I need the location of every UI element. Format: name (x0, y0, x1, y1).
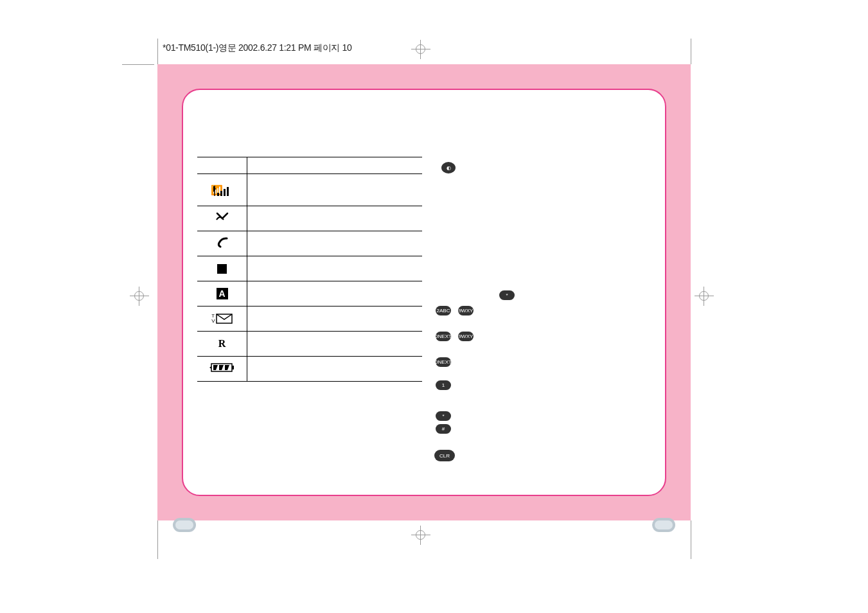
row-description (247, 206, 422, 231)
table-row (197, 206, 422, 231)
svg-marker-11 (225, 365, 229, 370)
letter-a-icon: A (217, 288, 228, 299)
roaming-r-icon: R (218, 338, 226, 350)
table-row: A (197, 281, 422, 306)
row-description (247, 332, 422, 356)
row-description (247, 306, 422, 331)
svg-rect-2 (217, 193, 219, 196)
svg-rect-3 (220, 191, 222, 196)
registration-mark-icon (414, 42, 428, 57)
page-number-tab-right (652, 518, 675, 532)
crop-mark (157, 39, 158, 64)
row-description (247, 174, 422, 206)
svg-rect-8 (232, 366, 234, 369)
crop-mark (122, 64, 154, 65)
star-key-icon: * (436, 411, 451, 421)
key-1-icon: 1 (436, 380, 451, 390)
battery-level-icon (209, 362, 235, 375)
document-header-line: *01-TM510(1-)영문 2002.6.27 1:21 PM 페이지 10 (163, 42, 352, 54)
key-9-icon: 9WXY (458, 306, 474, 315)
soft-key-icon: ◐ (441, 162, 456, 173)
stop-square-icon (217, 264, 227, 274)
table-header-desc (247, 157, 422, 173)
crop-mark (157, 520, 158, 559)
table-row: R (197, 332, 422, 357)
key-2-icon: 2ABC (436, 306, 451, 315)
row-description (247, 231, 422, 256)
registration-mark-icon (414, 528, 428, 542)
table-header-row (197, 157, 422, 174)
clr-key-icon: CLR (434, 450, 455, 461)
content-panel: 📶 (182, 89, 666, 496)
crop-mark (691, 520, 691, 559)
row-description (247, 281, 422, 306)
svg-marker-10 (219, 365, 224, 370)
svg-rect-5 (227, 187, 229, 196)
table-row (197, 357, 422, 382)
key-0-icon: 0NEXT (436, 332, 451, 341)
row-description (247, 357, 422, 381)
in-use-icon (215, 236, 229, 251)
table-row: 📶 (197, 174, 422, 206)
svg-marker-9 (213, 365, 218, 370)
message-icon: TV (211, 314, 232, 324)
page-number-tab-left (173, 518, 196, 532)
no-service-icon (215, 211, 230, 226)
registration-mark-icon (132, 289, 146, 303)
svg-rect-4 (224, 189, 226, 196)
hash-key-icon: # (436, 424, 451, 434)
table-header-icons (197, 157, 247, 173)
table-row: TV (197, 306, 422, 332)
registration-mark-icon (697, 289, 711, 303)
key-9-icon: 9WXY (458, 332, 474, 341)
icon-description-table: 📶 (197, 157, 422, 382)
page-background: 📶 (157, 64, 691, 520)
row-description (247, 256, 422, 281)
crop-mark (691, 39, 691, 64)
key-0-icon: 0NEXT (436, 357, 451, 367)
star-key-icon: * (499, 290, 515, 300)
table-row (197, 256, 422, 281)
table-row (197, 231, 422, 256)
